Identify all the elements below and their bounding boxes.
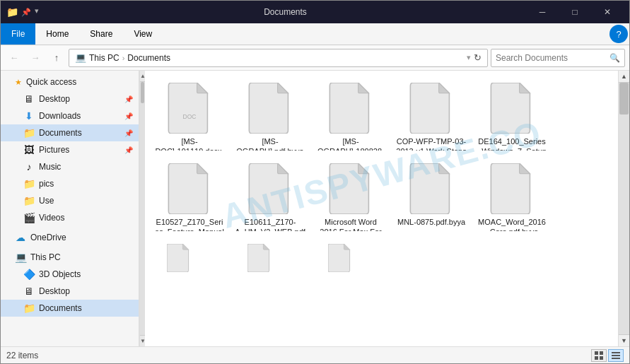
pc-icon: 💻 — [15, 252, 26, 263]
file-icon-13 — [328, 244, 373, 272]
file-icon-8 — [328, 163, 373, 214]
sidebar-scroll-thumb[interactable] — [141, 82, 144, 103]
svg-rect-4 — [600, 356, 603, 360]
view-buttons — [591, 349, 624, 362]
file-icon-10 — [489, 163, 535, 214]
up-button[interactable]: ↑ — [47, 49, 66, 67]
file-icon-11 — [167, 244, 212, 272]
file-name-8: Microsoft Word 2016 For Max For Legal Pr… — [315, 217, 386, 231]
svg-text:DOC: DOC — [183, 113, 197, 120]
maximize-button[interactable]: □ — [559, 1, 591, 23]
use-icon: 📁 — [23, 195, 35, 206]
file-item-5[interactable]: DE164_100_Series_Windows_7_Setup_Guide_p… — [473, 76, 551, 154]
file-item-10[interactable]: MOAC_Word_2016_Core.pdf.byya — [473, 157, 551, 235]
file-item-2[interactable]: [MS-OGRAPH].pdf.byya — [231, 76, 309, 154]
sidebar-item-documents[interactable]: 📁 Documents 📌 — [1, 124, 139, 141]
file-icon-12 — [247, 244, 293, 272]
status-count: 22 items — [6, 351, 585, 360]
ribbon: File Home Share View ? — [1, 23, 629, 45]
file-item-9[interactable]: MNL-0875.pdf.byya — [392, 157, 470, 235]
sidebar-item-desktop[interactable]: 🖥 Desktop 📌 — [1, 90, 139, 107]
breadcrumb-sep1: › — [122, 54, 125, 62]
sidebar-item-thispc[interactable]: 💻 This PC — [1, 249, 139, 266]
file-item-1[interactable]: DOC [MS-DOC]-191119.docx.byya — [151, 76, 228, 154]
file-item-7[interactable]: E10611_Z170-A_UM_V2_WEB.pdf.byya — [231, 157, 309, 235]
file-name-10: MOAC_Word_2016_Core.pdf.byya — [477, 217, 547, 231]
close-button[interactable]: ✕ — [591, 1, 624, 23]
file-icon-3 — [328, 83, 373, 134]
file-icon-9 — [409, 163, 454, 214]
sidebar-item-pics[interactable]: 📁 pics — [1, 175, 139, 192]
svg-rect-1 — [595, 351, 598, 355]
sidebar-label-videos: Videos — [39, 213, 64, 223]
scroll-track — [619, 83, 629, 334]
sidebar-item-videos[interactable]: 🎬 Videos — [1, 209, 139, 226]
sidebar-scroll-track — [140, 82, 145, 335]
file-item-3[interactable]: [MS-OGRAPH]-180828.docx.byya — [312, 76, 390, 154]
pin-icon-downloads: 📌 — [124, 112, 133, 120]
sidebar-item-quickaccess[interactable]: ★ Quick access — [1, 74, 139, 90]
forward-button[interactable]: → — [26, 49, 45, 67]
file-item-8[interactable]: Microsoft Word 2016 For Max For Legal Pr… — [312, 157, 390, 235]
breadcrumb-dropdown-icon[interactable]: ▾ — [467, 53, 471, 62]
file-icon-1: DOC — [167, 83, 212, 134]
sidebar-label-pics: pics — [39, 179, 54, 189]
sidebar-label-quickaccess: Quick access — [26, 77, 76, 87]
address-bar-row: ← → ↑ 💻 This PC › Documents ▾ ↻ 🔍 — [1, 45, 629, 71]
sidebar-item-documents2[interactable]: 📁 Documents — [1, 300, 139, 317]
folder-icon: 📁 — [6, 6, 18, 18]
sidebar-item-use[interactable]: 📁 Use — [1, 192, 139, 209]
sidebar-item-desktop2[interactable]: 🖥 Desktop — [1, 283, 139, 300]
file-item-12[interactable] — [231, 237, 309, 273]
sidebar-label-desktop: Desktop — [39, 94, 70, 104]
file-icon-7 — [247, 163, 293, 214]
scroll-thumb[interactable] — [619, 83, 629, 115]
refresh-button[interactable]: ↻ — [474, 52, 482, 63]
tab-share[interactable]: Share — [79, 23, 123, 45]
sidebar-item-pictures[interactable]: 🖼 Pictures 📌 — [1, 141, 139, 158]
window-title: Documents — [45, 7, 526, 17]
help-button[interactable]: ? — [609, 25, 628, 43]
sidebar-item-music[interactable]: ♪ Music — [1, 158, 139, 175]
documents2-icon: 📁 — [23, 303, 35, 314]
file-item-6[interactable]: E10527_Z170_Series_Feature_Manual_UM_WEB… — [151, 157, 228, 235]
breadcrumb-thispc: This PC — [89, 53, 119, 63]
svg-rect-2 — [600, 351, 603, 355]
scroll-up-button[interactable]: ▲ — [619, 71, 629, 83]
dropdown-arrow-icon[interactable]: ▾ — [35, 6, 39, 18]
sidebar-label-thispc: This PC — [30, 252, 61, 262]
search-icon[interactable]: 🔍 — [609, 53, 620, 63]
view-grid-button[interactable] — [591, 349, 607, 362]
tab-home[interactable]: Home — [35, 23, 79, 45]
documents-icon: 📁 — [23, 127, 35, 139]
view-list-button[interactable] — [608, 349, 624, 362]
sidebar-label-use: Use — [39, 196, 54, 206]
tab-file[interactable]: File — [1, 23, 35, 45]
breadcrumb-documents: Documents — [127, 53, 170, 63]
sidebar-label-downloads: Downloads — [39, 111, 81, 121]
svg-rect-3 — [595, 356, 598, 360]
sidebar-item-onedrive[interactable]: ☁ OneDrive — [1, 229, 139, 246]
sidebar-label-3dobjects: 3D Objects — [39, 269, 81, 279]
tab-view[interactable]: View — [123, 23, 163, 45]
svg-rect-7 — [612, 358, 620, 359]
pin-icon-desktop: 📌 — [124, 95, 133, 103]
search-box[interactable]: 🔍 — [491, 49, 625, 67]
main-area: ★ Quick access 🖥 Desktop 📌 ⬇ Downloads 📌… — [1, 71, 629, 346]
sidebar-item-3dobjects[interactable]: 🔷 3D Objects — [1, 266, 139, 283]
address-box-icon: 💻 — [75, 52, 86, 63]
back-button[interactable]: ← — [5, 49, 23, 67]
file-item-13[interactable] — [312, 237, 390, 273]
file-item-11[interactable] — [151, 237, 228, 273]
address-box[interactable]: 💻 This PC › Documents ▾ ↻ — [69, 49, 488, 67]
sidebar-label-pictures: Pictures — [39, 145, 69, 155]
search-input[interactable] — [496, 53, 609, 63]
file-item-4[interactable]: COP-WFP-TMP-03-2013-v1 Work Steps Report… — [392, 76, 470, 154]
scroll-down-button[interactable]: ▼ — [619, 334, 629, 346]
minimize-button[interactable]: ─ — [526, 1, 559, 23]
sidebar-label-desktop2: Desktop — [39, 286, 70, 296]
pin-icon-pictures: 📌 — [124, 146, 133, 154]
title-bar: 📁 📌 ▾ Documents ─ □ ✕ — [1, 1, 629, 23]
sidebar-item-downloads[interactable]: ⬇ Downloads 📌 — [1, 107, 139, 124]
pics-icon: 📁 — [23, 178, 35, 189]
